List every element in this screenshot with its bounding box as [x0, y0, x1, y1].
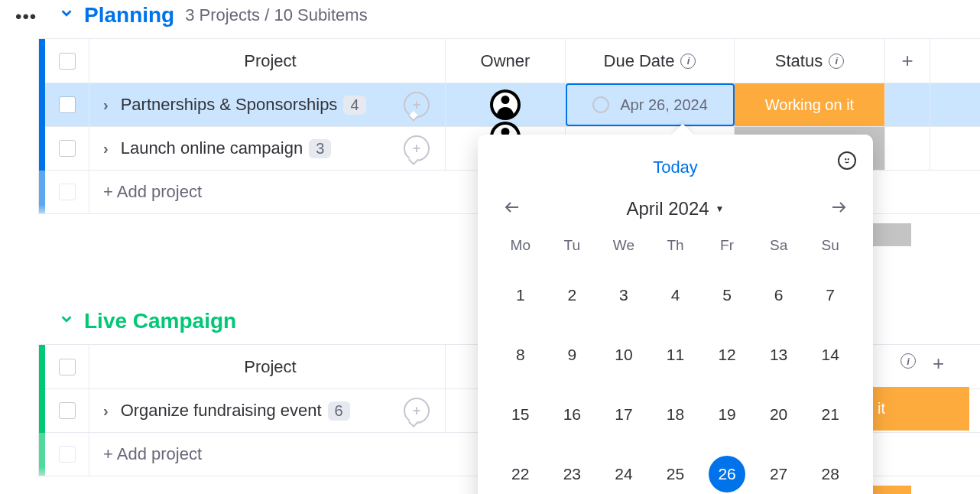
calendar-day[interactable]: 1	[502, 277, 539, 314]
table-header: Project Owner Due Datei Statusi +	[39, 39, 980, 83]
calendar-day[interactable]: 5	[709, 277, 745, 314]
date-picker-popup: Today April 2024▼ MoTuWeThFrSaSu12345678…	[478, 135, 873, 494]
expand-icon[interactable]: ›	[103, 140, 109, 158]
add-project-label: + Add project	[103, 444, 202, 464]
expand-icon[interactable]: ›	[103, 96, 109, 114]
row-checkbox[interactable]	[59, 96, 76, 113]
calendar-day[interactable]: 26	[709, 456, 745, 492]
status-cell[interactable]: Working on it	[735, 83, 885, 126]
chevron-down-icon	[58, 310, 75, 332]
due-date-text: Apr 26, 2024	[620, 96, 708, 114]
info-icon[interactable]: i	[900, 353, 916, 369]
project-name[interactable]: Launch online campaign	[121, 138, 303, 158]
add-comment-button[interactable]: +	[404, 398, 430, 424]
subitem-count: 4	[343, 96, 365, 115]
info-icon[interactable]: i	[829, 54, 844, 69]
caret-down-icon: ▼	[716, 203, 725, 214]
group-subtitle: 3 Projects / 10 Subitems	[185, 5, 367, 25]
add-comment-button[interactable]: +	[404, 135, 430, 161]
calendar-day[interactable]: 9	[553, 336, 590, 373]
smiley-icon[interactable]	[838, 151, 856, 170]
add-project-label: + Add project	[103, 182, 202, 202]
group-title: Planning	[84, 3, 174, 28]
column-project[interactable]: Project	[244, 357, 296, 377]
calendar-day[interactable]: 22	[502, 456, 539, 492]
month-selector[interactable]: April 2024▼	[627, 198, 725, 219]
calendar-day[interactable]: 24	[605, 456, 642, 492]
select-all-checkbox[interactable]	[59, 53, 76, 70]
owner-avatar[interactable]	[490, 89, 521, 120]
svg-point-0	[845, 159, 846, 160]
calendar-day[interactable]: 25	[657, 456, 693, 492]
day-of-week-label: Th	[650, 237, 702, 254]
row-checkbox[interactable]	[59, 140, 76, 157]
calendar-day[interactable]: 8	[502, 336, 539, 373]
calendar-day[interactable]: 11	[657, 336, 693, 373]
today-button[interactable]: Today	[478, 150, 873, 196]
add-column-button[interactable]: +	[901, 49, 913, 73]
prev-month-button[interactable]	[501, 196, 524, 222]
day-of-week-label: Sa	[753, 237, 805, 254]
calendar-day[interactable]: 17	[605, 396, 642, 433]
svg-point-1	[848, 159, 849, 160]
calendar-day[interactable]: 3	[605, 277, 642, 314]
calendar-day[interactable]: 10	[605, 336, 642, 373]
info-icon[interactable]: i	[680, 54, 696, 69]
subitem-count: 6	[328, 401, 350, 421]
day-of-week-label: Mo	[495, 237, 547, 254]
day-of-week-label: Fr	[701, 237, 753, 254]
calendar-day[interactable]: 19	[709, 396, 745, 433]
calendar-day[interactable]: 18	[657, 396, 693, 433]
calendar-day[interactable]: 14	[812, 336, 849, 373]
calendar-day[interactable]: 15	[502, 396, 539, 433]
project-name[interactable]: Organize fundraising event	[121, 401, 322, 421]
status-cell-partial[interactable]: it	[873, 387, 969, 431]
row-checkbox	[59, 184, 76, 200]
calendar-day[interactable]: 12	[709, 336, 745, 373]
date-status-icon	[592, 96, 609, 113]
calendar-day[interactable]: 21	[812, 396, 849, 433]
chevron-down-icon	[58, 5, 75, 26]
group-header-planning[interactable]: Planning 3 Projects / 10 Subitems	[0, 0, 980, 38]
calendar-day[interactable]: 2	[553, 277, 590, 314]
group-title: Live Campaign	[84, 309, 236, 333]
column-due-date[interactable]: Due Date	[604, 51, 675, 71]
calendar-day[interactable]: 27	[761, 456, 797, 492]
empty-cell	[885, 127, 930, 170]
calendar-day[interactable]: 7	[812, 277, 849, 314]
column-owner[interactable]: Owner	[481, 51, 531, 71]
row-checkbox	[59, 446, 76, 463]
empty-cell	[885, 83, 930, 126]
row-checkbox[interactable]	[59, 402, 76, 419]
table-row[interactable]: › Partnerships & Sponsorships 4 + Apr 26…	[39, 83, 980, 127]
calendar-day[interactable]: 23	[553, 456, 590, 492]
calendar-day[interactable]: 13	[761, 336, 797, 373]
calendar-day[interactable]: 4	[657, 277, 693, 314]
status-cell-partial	[873, 223, 911, 246]
day-of-week-label: We	[598, 237, 650, 254]
day-of-week-label: Tu	[547, 237, 599, 254]
calendar-day[interactable]: 16	[553, 396, 590, 433]
column-status[interactable]: Status	[775, 51, 823, 71]
status-cell-partial	[873, 486, 911, 494]
calendar-day[interactable]: 6	[761, 277, 797, 314]
expand-icon[interactable]: ›	[103, 402, 109, 420]
calendar-day[interactable]: 28	[812, 456, 849, 492]
next-month-button[interactable]	[827, 196, 850, 222]
column-project[interactable]: Project	[244, 51, 296, 71]
add-column-button[interactable]: +	[933, 352, 944, 375]
due-date-cell[interactable]: Apr 26, 2024	[566, 83, 735, 126]
day-of-week-label: Su	[804, 237, 856, 254]
calendar-day[interactable]: 20	[761, 396, 797, 433]
project-name[interactable]: Partnerships & Sponsorships	[121, 95, 338, 115]
select-all-checkbox[interactable]	[59, 359, 76, 375]
subitem-count: 3	[309, 139, 331, 158]
add-comment-button[interactable]: +	[404, 92, 430, 118]
